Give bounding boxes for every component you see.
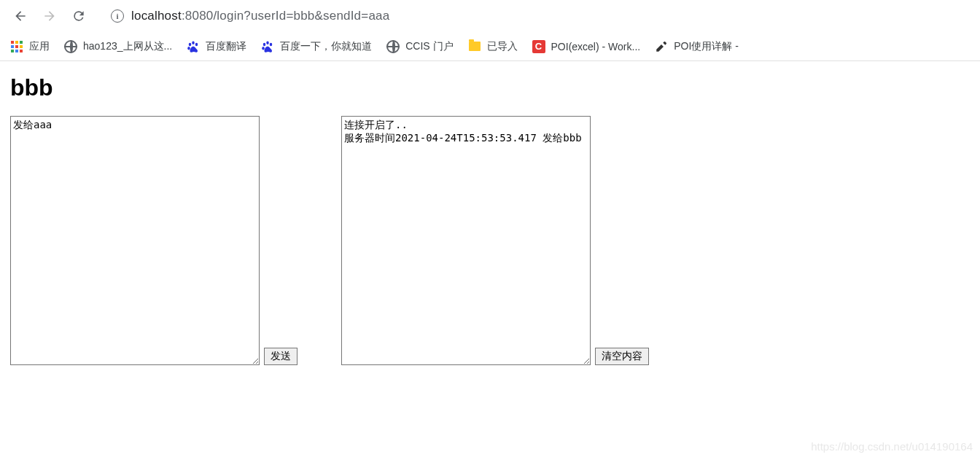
folder-icon: [468, 40, 481, 53]
bookmark-label: 百度一下，你就知道: [280, 40, 372, 53]
bookmark-poi-detail[interactable]: POI使用详解 -: [655, 40, 739, 53]
baidu-icon: [261, 40, 274, 53]
svg-point-3: [187, 47, 190, 50]
page-title: bbb: [10, 74, 970, 101]
form-row: 发送 清空内容: [10, 116, 970, 365]
reload-icon: [71, 9, 86, 23]
bookmark-label: POI使用详解 -: [674, 40, 739, 53]
info-icon: i: [111, 9, 124, 23]
arrow-left-icon: [13, 9, 28, 23]
forward-button[interactable]: [36, 3, 63, 29]
reload-button[interactable]: [66, 3, 92, 29]
bookmark-label: 应用: [29, 40, 50, 53]
bookmark-label: CCIS 门户: [405, 40, 453, 53]
bookmark-imported[interactable]: 已导入: [468, 40, 518, 53]
url-host: localhost: [131, 9, 182, 23]
arrow-right-icon: [42, 9, 57, 23]
svg-point-1: [192, 41, 194, 44]
bookmarks-bar: 应用 hao123_上网从这... 百度翻译 百度一下，你就知道 CCIS 门户…: [0, 32, 980, 61]
log-output[interactable]: [341, 116, 591, 365]
svg-point-2: [195, 42, 198, 46]
bookmark-label: 百度翻译: [206, 40, 246, 53]
message-input[interactable]: [10, 116, 260, 365]
url-text: localhost:8080/login?userId=bbb&sendId=a…: [131, 9, 389, 23]
bookmark-label: 已导入: [487, 40, 518, 53]
page-content: bbb 发送 清空内容: [0, 61, 980, 378]
baidu-icon: [187, 40, 200, 53]
svg-point-5: [266, 41, 268, 44]
svg-point-4: [263, 42, 265, 46]
pen-icon: [655, 40, 668, 53]
svg-point-0: [189, 42, 191, 46]
svg-point-7: [262, 47, 264, 50]
bookmark-baidu-translate[interactable]: 百度翻译: [187, 40, 246, 53]
watermark: https://blog.csdn.net/u014190164: [811, 440, 973, 453]
bookmark-baidu[interactable]: 百度一下，你就知道: [261, 40, 372, 53]
bookmark-ccis[interactable]: CCIS 门户: [386, 40, 453, 53]
back-button[interactable]: [7, 3, 34, 29]
bookmark-apps[interactable]: 应用: [10, 40, 50, 53]
globe-icon: [386, 40, 400, 53]
bookmark-label: hao123_上网从这...: [83, 40, 172, 53]
bookmark-label: POI(excel) - Work...: [551, 41, 641, 52]
apps-grid-icon: [10, 40, 23, 53]
globe-icon: [64, 40, 77, 53]
bookmark-hao123[interactable]: hao123_上网从这...: [64, 40, 172, 53]
address-bar[interactable]: i localhost:8080/login?userId=bbb&sendId…: [101, 4, 973, 28]
clear-button[interactable]: 清空内容: [595, 348, 649, 365]
send-button[interactable]: 发送: [264, 348, 298, 365]
bookmark-poi-excel[interactable]: C POI(excel) - Work...: [532, 40, 641, 53]
browser-toolbar: i localhost:8080/login?userId=bbb&sendId…: [0, 0, 980, 32]
url-path: :8080/login?userId=bbb&sendId=aaa: [182, 9, 389, 23]
csdn-icon: C: [532, 40, 545, 53]
svg-point-6: [270, 42, 272, 46]
